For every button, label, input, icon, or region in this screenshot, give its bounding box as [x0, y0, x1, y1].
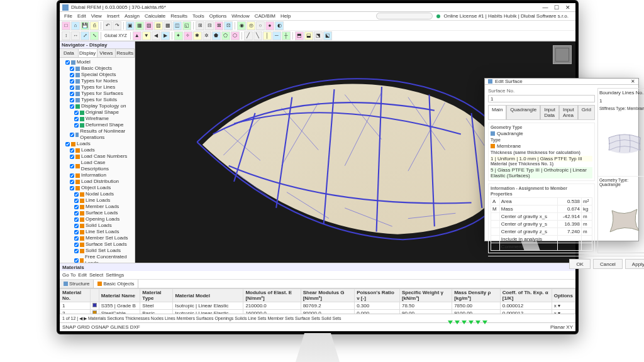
tool-icon[interactable]: ▨ — [154, 21, 163, 30]
column-header[interactable]: Material Model — [173, 289, 243, 302]
tool-icon[interactable]: ▶ — [161, 31, 170, 40]
tab-quadrangle[interactable]: Quadrangle — [506, 105, 540, 119]
tree-item[interactable]: Deformed Shape — [61, 122, 133, 128]
column-header[interactable]: Coeff. of Th. Exp. α [1/K] — [500, 289, 552, 302]
select-label[interactable]: Select — [89, 272, 103, 278]
tree-item[interactable]: Results of Nonlinear Operations — [61, 128, 133, 141]
tool-icon[interactable]: ⊠ — [214, 21, 223, 30]
minimize-button[interactable]: — — [540, 4, 550, 11]
tab-basic-objects[interactable]: Basic Objects — [94, 280, 138, 288]
column-header[interactable] — [90, 289, 99, 302]
tree-checkbox[interactable] — [70, 92, 74, 96]
tree-item[interactable]: Information — [61, 172, 133, 178]
menu-options[interactable]: Options — [208, 13, 229, 19]
tree-checkbox[interactable] — [65, 60, 70, 65]
tool-icon[interactable]: ✲ — [203, 31, 211, 40]
tool-icon[interactable]: ▣ — [126, 21, 135, 30]
tree-item[interactable]: Types for Lines — [61, 84, 133, 90]
menu-file[interactable]: File — [62, 13, 74, 19]
column-header[interactable]: Material Name — [99, 289, 140, 302]
tool-icon[interactable]: ⤡ — [90, 31, 99, 40]
tree-checkbox[interactable] — [65, 142, 70, 146]
tree-checkbox[interactable] — [74, 117, 79, 121]
column-header[interactable]: Options — [552, 289, 575, 302]
save-icon[interactable]: 💾 — [80, 21, 89, 30]
tree-checkbox[interactable] — [74, 230, 79, 234]
tree-item[interactable]: Model — [61, 59, 133, 65]
surface-no-input[interactable]: 1 — [488, 95, 595, 102]
thickness-input[interactable]: 1 | Uniform | 1.0 mm | Glass PTFE Typ II… — [491, 156, 592, 162]
tree-item[interactable]: Surface Set Loads — [61, 241, 133, 248]
tree-checkbox[interactable] — [74, 217, 79, 222]
go-to-label[interactable]: Go To — [62, 272, 75, 278]
tree-item[interactable]: Nodal Loads — [61, 191, 133, 197]
tool-icon[interactable]: ○ — [256, 21, 265, 30]
view-cube[interactable] — [553, 45, 572, 64]
tool-icon[interactable]: ⊡ — [224, 21, 233, 30]
dialog-close-icon[interactable]: ✕ — [631, 79, 635, 84]
print-icon[interactable]: ⎙ — [90, 21, 99, 30]
column-header[interactable]: Material Type — [140, 289, 173, 302]
column-header[interactable]: Material No. — [60, 289, 91, 302]
tool-icon[interactable]: ◀ — [152, 31, 160, 40]
tree-item[interactable]: Display Topology on — [61, 103, 133, 109]
tool-icon[interactable]: ▦ — [135, 21, 144, 30]
tree-checkbox[interactable] — [70, 98, 74, 102]
tool-icon[interactable]: ⬓ — [304, 31, 313, 40]
boundary-input[interactable]: 1 — [599, 98, 644, 104]
snap-toggles[interactable]: SNAP GRID OSNAP GLINES DXF — [62, 324, 140, 330]
tree-checkbox[interactable] — [74, 258, 79, 263]
menu-insert[interactable]: Insert — [105, 13, 121, 19]
tree-item[interactable]: Load Case Descriptions — [61, 160, 133, 172]
nav-tab-data[interactable]: Data — [60, 49, 79, 57]
tree-checkbox[interactable] — [70, 164, 74, 168]
tree-item[interactable]: Load Distribution — [61, 178, 133, 185]
menu-edit[interactable]: Edit — [75, 13, 88, 19]
nav-tab-results[interactable]: Results — [116, 49, 135, 57]
line-icon[interactable]: │ — [263, 31, 272, 40]
tree-item[interactable]: Member Set Loads — [61, 235, 133, 241]
materials-table[interactable]: Material No.Material NameMaterial TypeMa… — [60, 288, 575, 314]
menu-bar[interactable]: File Edit View Insert Assign Calculate R… — [60, 12, 575, 21]
tab-input-area[interactable]: Input Area — [559, 105, 578, 119]
edit-label[interactable]: Edit — [78, 272, 87, 278]
tool-icon[interactable]: ⤢ — [80, 31, 89, 40]
menu-tools[interactable]: Tools — [191, 13, 206, 19]
nav-tab-display[interactable]: Display — [79, 49, 97, 57]
tree-item[interactable]: Solid Set Loads — [61, 248, 133, 254]
apply-button[interactable]: Apply — [625, 259, 644, 269]
tool-icon[interactable]: ◐ — [275, 21, 284, 30]
menu-calculate[interactable]: Calculate — [143, 13, 167, 19]
close-button[interactable]: ✕ — [563, 4, 573, 11]
menu-cadbim[interactable]: CAD/BIM — [253, 13, 277, 19]
tool-icon[interactable]: ✧ — [184, 31, 192, 40]
line-icon[interactable]: ─ — [272, 31, 281, 40]
tree-item[interactable]: Loads — [61, 147, 133, 153]
tool-icon[interactable]: ⬡ — [231, 31, 240, 40]
materials-footer[interactable]: 1 of 12 | ◀ ▶ Materials Sections Thickne… — [60, 314, 575, 322]
dialog-titlebar[interactable]: Edit Surface ✕ — [485, 79, 638, 85]
new-icon[interactable]: □ — [62, 21, 70, 30]
tool-icon[interactable]: ⬠ — [221, 31, 230, 40]
column-header[interactable]: Poisson's Ratio ν [-] — [355, 289, 400, 302]
maximize-button[interactable]: ☐ — [552, 4, 562, 11]
tree-checkbox[interactable] — [74, 211, 79, 216]
tree-checkbox[interactable] — [74, 192, 79, 197]
menu-view[interactable]: View — [89, 13, 104, 19]
tree-checkbox[interactable] — [74, 111, 79, 115]
menu-results[interactable]: Results — [169, 13, 189, 19]
open-icon[interactable]: ⌂ — [71, 21, 80, 30]
tab-structure[interactable]: Structure — [60, 280, 94, 288]
tool-icon[interactable]: ↕ — [62, 31, 70, 40]
tree-checkbox[interactable] — [70, 148, 74, 153]
tool-icon[interactable]: ▩ — [164, 21, 172, 30]
tree-item[interactable]: Types for Nodes — [61, 78, 133, 84]
tree-checkbox[interactable] — [70, 85, 74, 90]
tree-checkbox[interactable] — [70, 186, 74, 190]
tree-checkbox[interactable] — [70, 67, 74, 71]
tree-checkbox[interactable] — [70, 73, 74, 77]
tool-icon[interactable]: ⬒ — [295, 31, 304, 40]
geom-value[interactable]: Quadrangle — [497, 131, 523, 136]
ok-button[interactable]: OK — [569, 259, 591, 269]
search-input[interactable] — [376, 13, 433, 19]
